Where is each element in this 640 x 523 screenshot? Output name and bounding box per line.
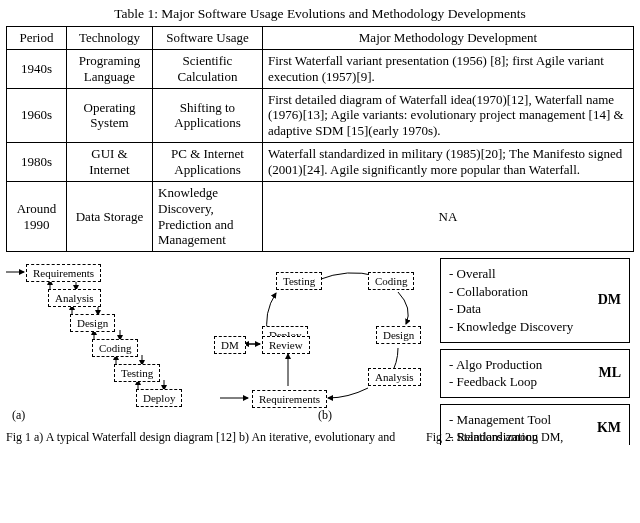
item: Algo Production — [449, 356, 621, 374]
table-row: 1960s Operating System Shifting to Appli… — [7, 88, 634, 143]
item: Feedback Loop — [449, 373, 621, 391]
step-testing: Testing — [114, 364, 160, 382]
fig1b-tag: (b) — [318, 408, 332, 423]
item: Knowledge Discovery — [449, 318, 621, 336]
cell-method: First detailed diagram of Waterfall idea… — [263, 88, 634, 143]
node-requirements: Requirements — [252, 390, 327, 408]
node-analysis: Analysis — [368, 368, 421, 386]
cell-tech: GUI & Internet — [67, 143, 153, 182]
box-dm: Overall Collaboration Data Knowledge Dis… — [440, 258, 630, 342]
cell-tech: Programing Language — [67, 49, 153, 88]
th-period: Period — [7, 27, 67, 50]
cell-period: 1980s — [7, 143, 67, 182]
table-row: Around 1990 Data Storage Knowledge Disco… — [7, 181, 634, 251]
box-ml: Algo Production Feedback Loop ML — [440, 349, 630, 398]
step-deploy: Deploy — [136, 389, 182, 407]
step-requirements: Requirements — [26, 264, 101, 282]
node-testing: Testing — [276, 272, 322, 290]
cell-tech: Operating System — [67, 88, 153, 143]
step-design: Design — [70, 314, 115, 332]
table-1: Period Technology Software Usage Major M… — [6, 26, 634, 252]
step-analysis: Analysis — [48, 289, 101, 307]
table-caption: Table 1: Major Software Usage Evolutions… — [6, 6, 634, 22]
cell-period: Around 1990 — [7, 181, 67, 251]
figure-1b: Testing Coding Deploy Design DM Review A… — [208, 258, 438, 428]
box-km: Management Tool Standardization KM — [440, 404, 630, 446]
box-label-ml: ML — [598, 364, 621, 383]
cell-method: Waterfall standardized in military (1985… — [263, 143, 634, 182]
th-tech: Technology — [67, 27, 153, 50]
item: Overall — [449, 265, 621, 283]
item: Standardization — [449, 428, 621, 445]
figure-1a: Requirements Analysis Design Coding Test… — [6, 258, 206, 428]
node-design: Design — [376, 326, 421, 344]
table-row: 1980s GUI & Internet PC & Internet Appli… — [7, 143, 634, 182]
th-method: Major Methodology Development — [263, 27, 634, 50]
fig1a-tag: (a) — [12, 408, 25, 423]
cell-period: 1940s — [7, 49, 67, 88]
cell-usage: PC & Internet Applications — [153, 143, 263, 182]
th-usage: Software Usage — [153, 27, 263, 50]
fig1-caption: Fig 1 a) A typical Waterfall design diag… — [6, 430, 426, 445]
cell-usage: Shifting to Applications — [153, 88, 263, 143]
cell-method: First Waterfall variant presentation (19… — [263, 49, 634, 88]
table-header-row: Period Technology Software Usage Major M… — [7, 27, 634, 50]
box-label-dm: DM — [598, 291, 621, 310]
cell-usage: Scientific Calculation — [153, 49, 263, 88]
table-row: 1940s Programing Language Scientific Cal… — [7, 49, 634, 88]
step-coding: Coding — [92, 339, 138, 357]
cell-method: NA — [263, 181, 634, 251]
node-coding: Coding — [368, 272, 414, 290]
cell-usage: Knowledge Discovery, Prediction and Mana… — [153, 181, 263, 251]
cell-period: 1960s — [7, 88, 67, 143]
item: Management Tool — [449, 411, 621, 429]
figure-2: Overall Collaboration Data Knowledge Dis… — [440, 258, 630, 428]
item: Collaboration — [449, 283, 621, 301]
node-review: Review — [262, 336, 310, 354]
node-dm: DM — [214, 336, 246, 354]
box-label-km: KM — [597, 419, 621, 438]
item: Data — [449, 300, 621, 318]
cell-tech: Data Storage — [67, 181, 153, 251]
